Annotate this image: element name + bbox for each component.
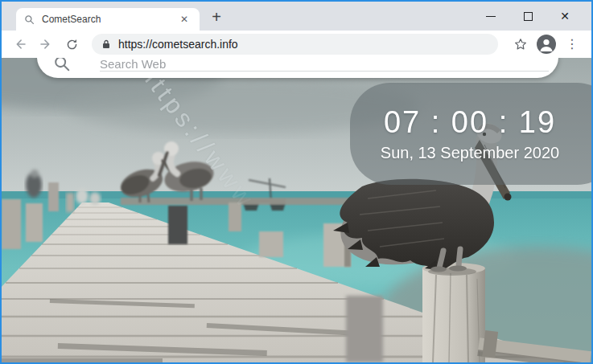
search-icon [24, 14, 35, 25]
minimize-icon [486, 16, 496, 17]
new-tab-button[interactable]: + [206, 6, 227, 27]
avatar-icon [537, 35, 556, 54]
url-text: https://cometsearch.info [118, 38, 238, 51]
title-bar: CometSearch ✕ + ✕ [2, 2, 591, 31]
lock-icon [101, 39, 111, 50]
star-icon [513, 37, 528, 51]
menu-button[interactable]: ⋮ [561, 33, 583, 55]
arrow-right-icon [39, 37, 53, 51]
arrow-left-icon [13, 37, 27, 51]
address-bar[interactable]: https://cometsearch.info [92, 34, 498, 55]
kebab-menu-icon: ⋮ [566, 38, 579, 51]
browser-tab[interactable]: CometSearch ✕ [16, 8, 200, 31]
clock-date: Sun, 13 September 2020 [381, 144, 559, 162]
maximize-icon [524, 12, 533, 21]
close-button[interactable]: ✕ [546, 2, 583, 31]
minimize-button[interactable] [472, 2, 509, 31]
browser-window: CometSearch ✕ + ✕ [0, 0, 593, 364]
search-icon [53, 58, 71, 72]
page-content: https://www. 07 : 00 : 19 Sun, 13 Septem… [2, 58, 591, 362]
forward-button[interactable] [35, 34, 56, 55]
tab-title: CometSearch [42, 14, 177, 25]
page-search-bar[interactable]: Search Web [37, 58, 558, 78]
reload-icon [65, 38, 79, 51]
bookmark-button[interactable] [509, 33, 532, 55]
browser-toolbar: https://cometsearch.info ⋮ [2, 31, 591, 58]
pelican-post [422, 263, 485, 362]
search-input[interactable]: Search Web [100, 58, 549, 72]
clock-panel: 07 : 00 : 19 Sun, 13 September 2020 [350, 83, 591, 185]
window-controls: ✕ [472, 2, 583, 31]
maximize-button[interactable] [509, 2, 546, 31]
back-button[interactable] [10, 34, 31, 55]
reload-button[interactable] [61, 34, 82, 55]
profile-button[interactable] [535, 33, 558, 55]
tab-close-button[interactable]: ✕ [177, 13, 191, 26]
clock-time: 07 : 00 : 19 [384, 105, 556, 141]
